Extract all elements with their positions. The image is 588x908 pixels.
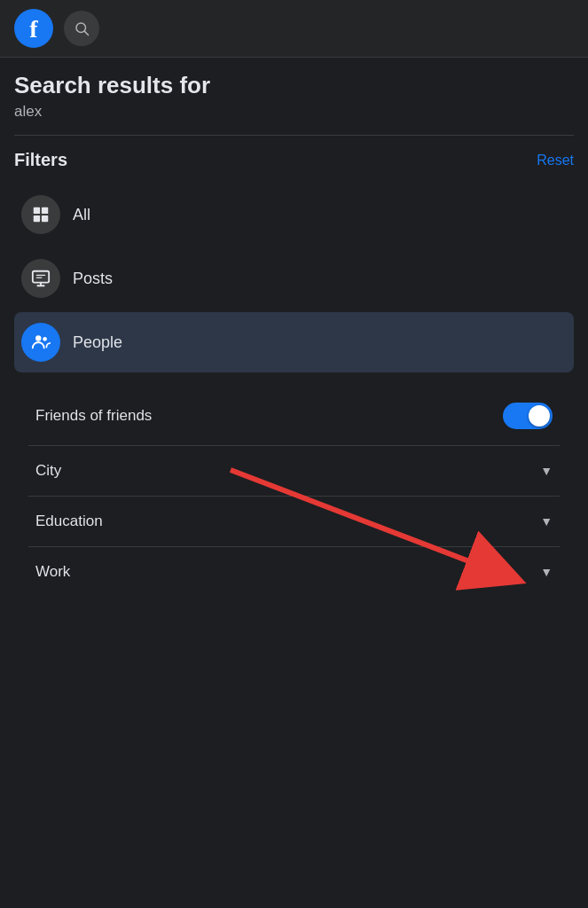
friends-of-friends-label: Friends of friends [35, 407, 152, 425]
work-filter[interactable]: Work ▼ [28, 547, 560, 597]
posts-icon [31, 269, 51, 288]
posts-filter-icon [21, 259, 60, 298]
friends-of-friends-toggle[interactable] [503, 403, 553, 429]
city-filter[interactable]: City ▼ [28, 446, 560, 497]
friends-of-friends-filter[interactable]: Friends of friends [28, 387, 560, 446]
all-icon [31, 205, 51, 224]
sub-filters: Friends of friends City ▼ Education ▼ Wo… [14, 380, 574, 597]
education-label: Education [35, 513, 103, 530]
svg-rect-4 [34, 215, 40, 222]
city-label: City [35, 462, 61, 480]
fb-logo-letter: f [29, 17, 37, 42]
page-title: Search results for [14, 72, 574, 99]
filter-item-people[interactable]: People [14, 312, 574, 372]
reset-button[interactable]: Reset [537, 153, 574, 168]
search-button[interactable] [64, 11, 99, 46]
filter-item-all[interactable]: All [14, 184, 574, 245]
svg-rect-3 [42, 207, 48, 214]
city-dropdown-arrow: ▼ [540, 464, 553, 478]
search-icon [74, 20, 90, 36]
app-header: f [0, 0, 588, 58]
posts-filter-label: Posts [73, 270, 113, 288]
search-query: alex [14, 103, 574, 121]
filter-item-posts[interactable]: Posts [14, 248, 574, 309]
toggle-thumb [529, 405, 550, 427]
work-dropdown-arrow: ▼ [540, 565, 553, 579]
education-dropdown-arrow: ▼ [540, 514, 553, 528]
facebook-logo: f [14, 9, 53, 48]
people-filter-label: People [73, 333, 122, 352]
svg-rect-2 [34, 207, 40, 214]
divider [14, 135, 574, 136]
work-label: Work [35, 563, 70, 581]
people-icon [31, 333, 51, 352]
main-content: Search results for alex Filters Reset Al… [0, 58, 588, 597]
all-filter-label: All [73, 206, 90, 224]
svg-line-1 [84, 31, 88, 35]
all-filter-icon [21, 195, 60, 234]
filters-label: Filters [14, 150, 67, 170]
education-filter[interactable]: Education ▼ [28, 497, 560, 547]
people-filter-icon [21, 323, 60, 362]
svg-point-8 [43, 337, 47, 341]
toggle-track [503, 403, 553, 429]
svg-point-7 [35, 335, 41, 340]
svg-rect-6 [33, 271, 49, 283]
filters-header: Filters Reset [14, 150, 574, 170]
svg-rect-5 [42, 215, 48, 222]
